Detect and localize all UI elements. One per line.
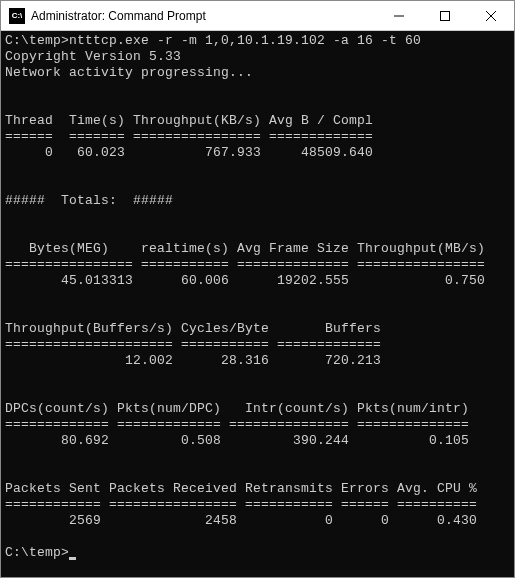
minimize-button[interactable] <box>376 1 422 31</box>
close-button[interactable] <box>468 1 514 31</box>
table4-header: DPCs(count/s) Pkts(num/DPC) Intr(count/s… <box>5 401 469 416</box>
window-title: Administrator: Command Prompt <box>31 9 376 23</box>
table1-header: Thread Time(s) Throughput(KB/s) Avg B / … <box>5 113 373 128</box>
table5-sep: ============ ================ ==========… <box>5 497 477 512</box>
table2-row: 45.013313 60.006 19202.555 0.750 <box>5 273 485 288</box>
cmd-icon: C:\ <box>9 8 25 24</box>
prompt: C:\temp> <box>5 545 69 560</box>
copyright-line: Copyright Version 5.33 <box>5 49 181 64</box>
minimize-icon <box>394 11 404 21</box>
totals-label: ##### Totals: ##### <box>5 193 173 208</box>
window-controls <box>376 1 514 31</box>
table2-sep: ================ =========== ===========… <box>5 257 485 272</box>
maximize-icon <box>440 11 450 21</box>
progress-line: Network activity progressing... <box>5 65 253 80</box>
svg-rect-1 <box>441 11 450 20</box>
table1-sep: ====== ======= ================ ========… <box>5 129 373 144</box>
table1-row: 0 60.023 767.933 48509.640 <box>5 145 373 160</box>
table4-sep: ============= ============= ============… <box>5 417 469 432</box>
prompt: C:\temp> <box>5 33 69 48</box>
cmd-window: C:\ Administrator: Command Prompt C:\tem… <box>0 0 515 578</box>
cursor <box>69 557 76 560</box>
terminal-output[interactable]: C:\temp>ntttcp.exe -r -m 1,0,10.1.19.102… <box>1 31 514 577</box>
table2-header: Bytes(MEG) realtime(s) Avg Frame Size Th… <box>5 241 485 256</box>
titlebar[interactable]: C:\ Administrator: Command Prompt <box>1 1 514 31</box>
table3-row: 12.002 28.316 720.213 <box>5 353 381 368</box>
maximize-button[interactable] <box>422 1 468 31</box>
table5-row: 2569 2458 0 0 0.430 <box>5 513 477 528</box>
table3-sep: ===================== =========== ======… <box>5 337 381 352</box>
table4-row: 80.692 0.508 390.244 0.105 <box>5 433 469 448</box>
table3-header: Throughput(Buffers/s) Cycles/Byte Buffer… <box>5 321 381 336</box>
table5-header: Packets Sent Packets Received Retransmit… <box>5 481 477 496</box>
close-icon <box>486 11 496 21</box>
command-text: ntttcp.exe -r -m 1,0,10.1.19.102 -a 16 -… <box>69 33 421 48</box>
